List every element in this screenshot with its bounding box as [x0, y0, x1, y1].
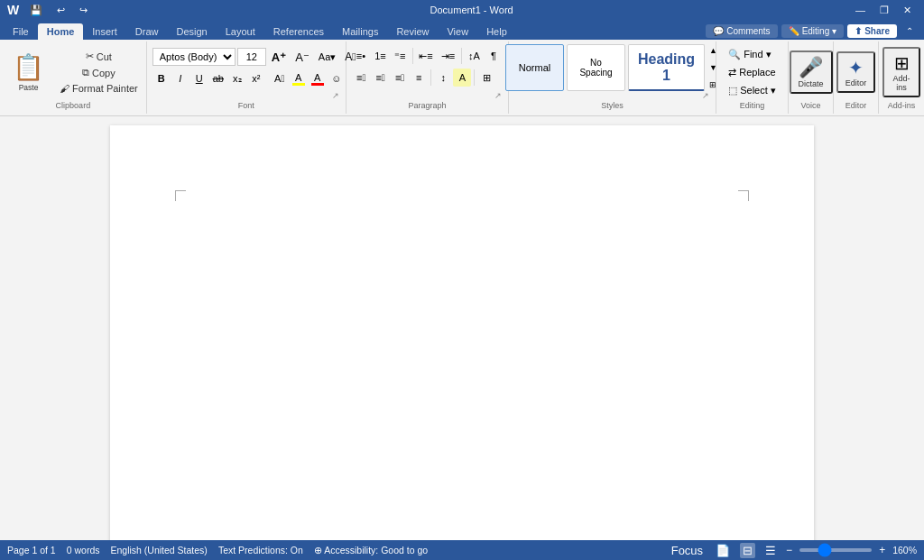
- undo-button[interactable]: ↩: [51, 3, 70, 18]
- ribbon-collapse-button[interactable]: ⌃: [901, 24, 919, 38]
- text-predictions[interactable]: Text Predictions: On: [218, 545, 303, 555]
- restore-button[interactable]: ❐: [874, 3, 894, 18]
- page-count[interactable]: Page 1 of 1: [7, 545, 56, 555]
- tab-draw[interactable]: Draw: [126, 23, 168, 40]
- highlight-color-button[interactable]: A: [290, 69, 308, 87]
- justify-button[interactable]: ≡: [410, 69, 428, 87]
- status-bar-right: Focus 📄 ⊟ ☰ − + 160%: [669, 543, 917, 558]
- dictate-button[interactable]: 🎤 Dictate: [790, 50, 833, 94]
- select-button[interactable]: ⬚ Select ▾: [725, 83, 780, 98]
- copy-button[interactable]: ⧉ Copy: [57, 65, 141, 80]
- tab-layout[interactable]: Layout: [217, 23, 264, 40]
- increase-font-button[interactable]: A⁺: [268, 48, 290, 66]
- replace-button[interactable]: ⇄ Replace: [725, 65, 780, 80]
- tab-file[interactable]: File: [4, 23, 38, 40]
- select-dropdown-icon: ▾: [771, 85, 776, 96]
- decrease-font-button[interactable]: A⁻: [291, 48, 313, 66]
- view-web-button[interactable]: ⊟: [740, 543, 755, 558]
- change-case-button[interactable]: Aa▾: [315, 48, 339, 66]
- view-print-button[interactable]: 📄: [713, 543, 733, 558]
- minimize-button[interactable]: —: [850, 3, 871, 17]
- title-bar: W 💾 ↩ ↪ Document1 - Word — ❐ ✕: [0, 0, 924, 20]
- text-effects-button[interactable]: A⃣: [271, 69, 289, 87]
- style-heading1-button[interactable]: Heading 1: [628, 44, 705, 91]
- borders-button[interactable]: ⊞: [477, 69, 495, 87]
- paragraph-dialog-launcher[interactable]: ↗: [494, 91, 503, 100]
- tab-mailings[interactable]: Mailings: [333, 23, 387, 40]
- zoom-slider[interactable]: [799, 548, 872, 552]
- font-name-row: Aptos (Body) A⁺ A⁻ Aa▾ A⃝: [152, 48, 340, 66]
- addins-label: Add-ins: [882, 100, 920, 111]
- cut-button[interactable]: ✂ Cut: [57, 49, 141, 64]
- accessibility[interactable]: ⊕ Accessibility: Good to go: [314, 545, 428, 555]
- italic-button[interactable]: I: [171, 69, 189, 87]
- addins-icon: ⊞: [894, 52, 910, 74]
- sort-button[interactable]: ↕A: [465, 47, 484, 65]
- comment-icon: 💬: [713, 26, 724, 36]
- addins-button[interactable]: ⊞ Add-ins: [882, 47, 920, 97]
- strikethrough-button[interactable]: ab: [209, 69, 227, 87]
- tab-home[interactable]: Home: [38, 23, 84, 40]
- quick-access-toolbar: 💾 ↩ ↪: [24, 3, 93, 18]
- superscript-button[interactable]: x²: [247, 69, 265, 87]
- focus-button[interactable]: Focus: [669, 543, 706, 558]
- increase-indent-button[interactable]: ⇥≡: [438, 47, 458, 65]
- find-button[interactable]: 🔍 Find ▾: [725, 47, 780, 62]
- save-button[interactable]: 💾: [24, 3, 48, 18]
- styles-dialog-launcher[interactable]: ↗: [701, 91, 710, 100]
- microphone-icon: 🎤: [799, 56, 823, 79]
- font-format-row: B I U ab x₂ x² A⃣ A A ☺: [152, 69, 340, 87]
- align-left-button[interactable]: ≡⃝: [352, 69, 370, 87]
- editing-label: Editing: [724, 100, 781, 111]
- comments-button[interactable]: 💬 Comments: [706, 24, 777, 38]
- format-painter-button[interactable]: 🖌 Format Painter: [57, 81, 141, 96]
- tab-design[interactable]: Design: [167, 23, 216, 40]
- shading-button[interactable]: A: [453, 69, 471, 87]
- paragraph-row2: ≡⃝ ≡⃝ ≡⃝ ≡ ↕ A ⊞: [352, 69, 503, 87]
- font-dialog-launcher[interactable]: ↗: [331, 91, 340, 100]
- bold-button[interactable]: B: [152, 69, 171, 87]
- align-center-button[interactable]: ≡⃝: [371, 69, 389, 87]
- copy-icon: ⧉: [82, 67, 89, 78]
- paste-button[interactable]: 📋 Paste: [5, 49, 51, 96]
- bullets-button[interactable]: ≡•: [352, 47, 370, 65]
- search-icon: 🔍: [728, 49, 741, 60]
- font-size-input[interactable]: [237, 48, 266, 66]
- font-color-button[interactable]: A: [309, 69, 327, 87]
- clipboard-group: 📋 Paste ✂ Cut ⧉ Copy 🖌 Format Painter: [0, 41, 147, 114]
- share-button[interactable]: ⬆ Share: [847, 24, 897, 38]
- redo-button[interactable]: ↪: [74, 3, 93, 18]
- editor-label: Editor: [837, 100, 874, 111]
- emoji-button[interactable]: ☺: [328, 69, 346, 87]
- align-right-button[interactable]: ≡⃝: [391, 69, 409, 87]
- para-divider2: [461, 48, 462, 64]
- line-spacing-button[interactable]: ↕: [434, 69, 452, 87]
- style-normal-button[interactable]: Normal: [505, 44, 564, 91]
- word-logo-icon: W: [7, 3, 19, 17]
- tab-references[interactable]: References: [264, 23, 333, 40]
- tab-help[interactable]: Help: [477, 23, 516, 40]
- document-area: [0, 116, 924, 540]
- close-button[interactable]: ✕: [898, 3, 917, 18]
- language[interactable]: English (United States): [110, 545, 207, 555]
- paragraph-label: Paragraph: [352, 100, 503, 111]
- zoom-plus-icon: +: [879, 544, 885, 556]
- editing-group: 🔍 Find ▾ ⇄ Replace ⬚ Select ▾ Editing: [716, 41, 789, 114]
- style-no-spacing-button[interactable]: No Spacing: [567, 44, 625, 91]
- decrease-indent-button[interactable]: ⇤≡: [415, 47, 436, 65]
- underline-button[interactable]: U: [190, 69, 208, 87]
- font-name-select[interactable]: Aptos (Body): [152, 48, 236, 66]
- tab-review[interactable]: Review: [387, 23, 438, 40]
- zoom-level[interactable]: 160%: [892, 545, 917, 555]
- document-page[interactable]: [110, 125, 814, 540]
- editing-mode-button[interactable]: ✏️ Editing ▾: [781, 24, 845, 38]
- word-count[interactable]: 0 words: [67, 545, 100, 555]
- tab-insert[interactable]: Insert: [83, 23, 126, 40]
- view-outline-button[interactable]: ☰: [762, 543, 779, 558]
- editor-button[interactable]: ✦ Editor: [836, 51, 876, 93]
- numbering-button[interactable]: 1≡: [371, 47, 390, 65]
- multilevel-list-button[interactable]: ⁼≡: [391, 47, 410, 65]
- subscript-button[interactable]: x₂: [228, 69, 246, 87]
- tab-view[interactable]: View: [438, 23, 477, 40]
- show-formatting-button[interactable]: ¶: [485, 47, 503, 65]
